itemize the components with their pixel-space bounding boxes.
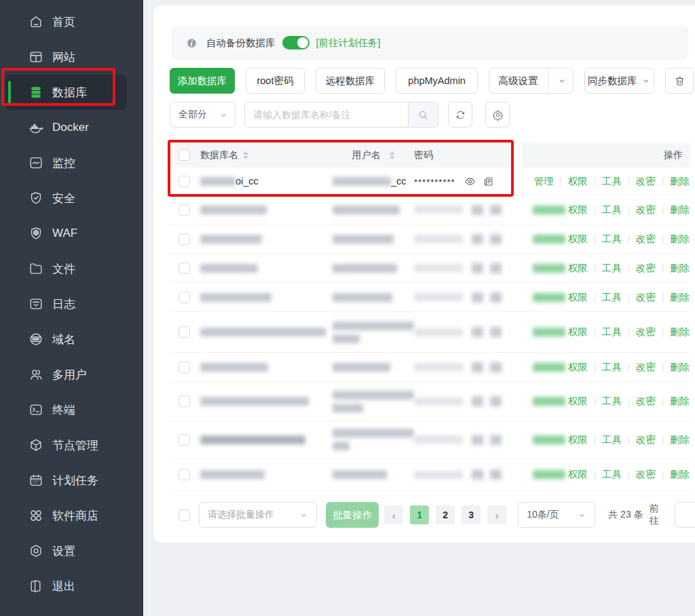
table-settings-button[interactable] xyxy=(485,102,510,128)
goto-page-input[interactable] xyxy=(675,502,695,528)
sidebar-item-multiuser[interactable]: 多用户 xyxy=(5,357,127,392)
action-delete[interactable]: 删除 xyxy=(670,395,690,408)
action-delete[interactable]: 删除 xyxy=(670,361,690,374)
action-change-password[interactable]: 改密 xyxy=(636,175,656,188)
advanced-settings-button[interactable]: 高级设置 xyxy=(489,68,574,94)
sort-username[interactable] xyxy=(390,151,395,159)
sidebar-item-files[interactable]: 文件 xyxy=(5,251,127,286)
next-page-button[interactable]: › xyxy=(487,505,506,524)
category-select[interactable]: 全部分 xyxy=(170,102,236,128)
sort-db-name[interactable] xyxy=(243,151,248,159)
row-checkbox[interactable] xyxy=(179,326,190,338)
page-button-2[interactable]: 2 xyxy=(436,505,455,524)
row-checkbox[interactable] xyxy=(179,292,190,303)
sidebar-item-home[interactable]: 首页 xyxy=(5,4,127,39)
action-delete[interactable]: 删除 xyxy=(670,291,690,304)
sidebar-item-waf[interactable]: WAF xyxy=(5,216,127,251)
action-change-password[interactable]: 改密 xyxy=(636,361,656,374)
action-tools[interactable]: 工具 xyxy=(602,361,622,374)
action-tools[interactable]: 工具 xyxy=(602,434,622,446)
action-change-password[interactable]: 改密 xyxy=(636,291,656,304)
refresh-button[interactable] xyxy=(448,102,472,128)
action-change-password[interactable]: 改密 xyxy=(636,395,656,408)
sidebar-item-appstore[interactable]: 软件商店 xyxy=(5,498,127,533)
goto-cron-link[interactable]: [前往计划任务] xyxy=(316,37,381,50)
action-change-password[interactable]: 改密 xyxy=(636,262,656,275)
action-tools[interactable]: 工具 xyxy=(602,291,622,304)
prev-page-button[interactable]: ‹ xyxy=(384,505,403,524)
action-tools[interactable]: 工具 xyxy=(602,395,622,408)
row-checkbox[interactable] xyxy=(179,263,190,274)
action-delete[interactable]: 删除 xyxy=(670,434,690,446)
action-permissions[interactable]: 权限 xyxy=(568,326,588,339)
action-delete[interactable]: 删除 xyxy=(670,233,690,246)
search-input[interactable] xyxy=(245,102,408,127)
phpmyadmin-button[interactable]: phpMyAdmin xyxy=(396,68,478,94)
row-checkbox[interactable] xyxy=(179,469,190,480)
delete-selected-button[interactable] xyxy=(665,68,694,94)
action-permissions[interactable]: 权限 xyxy=(568,468,588,481)
sidebar-item-cron[interactable]: 计划任务 xyxy=(5,463,127,498)
row-checkbox[interactable] xyxy=(179,233,190,245)
sidebar-item-nodes[interactable]: 节点管理 xyxy=(5,427,127,463)
select-all-checkbox[interactable] xyxy=(179,149,190,161)
row-checkbox[interactable] xyxy=(179,396,190,407)
sidebar-item-domains[interactable]: 域名 xyxy=(5,322,127,357)
action-permissions[interactable]: 权限 xyxy=(568,291,588,304)
batch-action-select[interactable]: 请选择批量操作 xyxy=(199,502,317,528)
action-tools[interactable]: 工具 xyxy=(602,262,622,275)
show-password-icon[interactable] xyxy=(464,176,476,187)
advanced-settings-label[interactable]: 高级设置 xyxy=(487,69,548,93)
action-delete[interactable]: 删除 xyxy=(670,262,690,275)
action-delete[interactable]: 删除 xyxy=(670,204,690,216)
batch-apply-button[interactable]: 批量操作 xyxy=(326,502,379,528)
sidebar-item-logs[interactable]: 日志 xyxy=(5,286,127,322)
action-tools[interactable]: 工具 xyxy=(602,233,622,246)
sidebar-item-exit[interactable]: 退出 xyxy=(5,569,127,604)
page-button-3[interactable]: 3 xyxy=(462,505,481,524)
action-tools[interactable]: 工具 xyxy=(602,204,622,216)
action-delete[interactable]: 删除 xyxy=(670,326,690,339)
auto-backup-toggle[interactable] xyxy=(282,36,309,50)
row-checkbox[interactable] xyxy=(179,434,190,446)
footer-select-all-checkbox[interactable] xyxy=(179,509,190,521)
action-change-password[interactable]: 改密 xyxy=(636,233,656,246)
action-permissions[interactable]: 权限 xyxy=(568,233,588,246)
action-tools[interactable]: 工具 xyxy=(602,175,622,188)
action-separator: | xyxy=(628,362,630,372)
row-checkbox[interactable] xyxy=(179,204,190,216)
add-database-button[interactable]: 添加数据库 xyxy=(170,68,235,94)
action-tools[interactable]: 工具 xyxy=(602,468,622,481)
action-permissions[interactable]: 权限 xyxy=(568,204,588,216)
sidebar-item-terminal[interactable]: 终端 xyxy=(5,392,127,427)
sidebar-item-website[interactable]: 网站 xyxy=(5,39,127,75)
action-permissions[interactable]: 权限 xyxy=(568,395,588,408)
search-button[interactable] xyxy=(408,102,438,127)
action-change-password[interactable]: 改密 xyxy=(636,204,656,216)
action-manage[interactable]: 管理 xyxy=(534,175,554,188)
action-permissions[interactable]: 权限 xyxy=(568,262,588,275)
sidebar-item-security[interactable]: 安全 xyxy=(5,180,127,216)
sidebar-item-monitor[interactable]: 监控 xyxy=(5,145,127,180)
action-permissions[interactable]: 权限 xyxy=(568,361,588,374)
sync-database-button[interactable]: 同步数据库 xyxy=(584,68,654,94)
action-tools[interactable]: 工具 xyxy=(602,326,622,339)
page-size-select[interactable]: 10条/页 xyxy=(518,502,595,528)
action-permissions[interactable]: 权限 xyxy=(568,434,588,446)
row-checkbox[interactable] xyxy=(179,176,190,187)
remote-database-button[interactable]: 远程数据库 xyxy=(316,68,385,94)
advanced-settings-arrow[interactable] xyxy=(548,69,575,93)
action-change-password[interactable]: 改密 xyxy=(636,468,656,481)
sidebar-item-docker[interactable]: Docker xyxy=(5,110,127,145)
action-change-password[interactable]: 改密 xyxy=(636,326,656,339)
root-password-button[interactable]: root密码 xyxy=(246,68,305,94)
action-permissions[interactable]: 权限 xyxy=(568,175,588,188)
row-checkbox[interactable] xyxy=(179,362,190,373)
action-delete[interactable]: 删除 xyxy=(670,175,690,188)
page-button-1[interactable]: 1 xyxy=(410,505,429,524)
copy-password-icon[interactable] xyxy=(483,176,494,187)
sidebar-item-database[interactable]: 数据库 xyxy=(5,75,127,110)
action-delete[interactable]: 删除 xyxy=(670,468,690,481)
action-change-password[interactable]: 改密 xyxy=(636,434,656,446)
sidebar-item-settings[interactable]: 设置 xyxy=(5,533,127,569)
